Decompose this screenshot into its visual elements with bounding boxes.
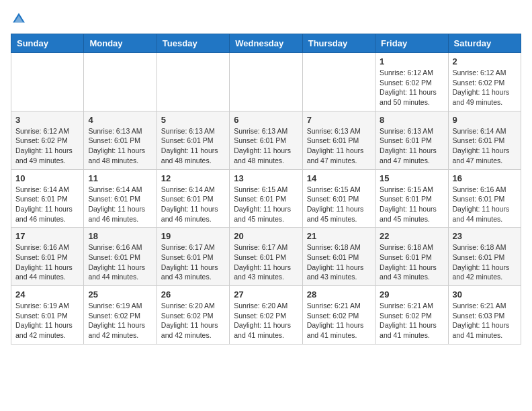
day-info: Sunrise: 6:21 AM Sunset: 6:02 PM Dayligh…: [380, 301, 443, 340]
calendar-cell: 22Sunrise: 6:18 AM Sunset: 6:01 PM Dayli…: [375, 228, 448, 286]
day-info: Sunrise: 6:21 AM Sunset: 6:02 PM Dayligh…: [307, 301, 371, 340]
day-info: Sunrise: 6:12 AM Sunset: 6:02 PM Dayligh…: [380, 68, 443, 107]
day-number: 16: [453, 173, 517, 183]
calendar-header-row: SundayMondayTuesdayWednesdayThursdayFrid…: [11, 34, 521, 53]
calendar-week-row: 17Sunrise: 6:16 AM Sunset: 6:01 PM Dayli…: [11, 228, 521, 286]
calendar-cell: 3Sunrise: 6:12 AM Sunset: 6:02 PM Daylig…: [11, 111, 84, 169]
day-number: 5: [161, 115, 225, 125]
day-info: Sunrise: 6:14 AM Sunset: 6:01 PM Dayligh…: [161, 185, 225, 224]
day-number: 25: [88, 289, 152, 300]
day-info: Sunrise: 6:14 AM Sunset: 6:01 PM Dayligh…: [88, 185, 152, 224]
day-info: Sunrise: 6:17 AM Sunset: 6:01 PM Dayligh…: [234, 242, 298, 282]
day-info: Sunrise: 6:12 AM Sunset: 6:02 PM Dayligh…: [453, 68, 517, 107]
calendar-cell: 8Sunrise: 6:13 AM Sunset: 6:01 PM Daylig…: [375, 111, 448, 169]
calendar-cell: 6Sunrise: 6:13 AM Sunset: 6:01 PM Daylig…: [230, 111, 302, 169]
day-of-week-header: Friday: [375, 34, 448, 53]
day-number: 6: [234, 115, 298, 125]
day-number: 10: [15, 173, 79, 183]
calendar-cell: 17Sunrise: 6:16 AM Sunset: 6:01 PM Dayli…: [11, 228, 84, 286]
calendar-cell: 27Sunrise: 6:20 AM Sunset: 6:02 PM Dayli…: [230, 286, 302, 345]
day-number: 22: [380, 231, 443, 241]
calendar-cell: 7Sunrise: 6:13 AM Sunset: 6:01 PM Daylig…: [302, 111, 375, 169]
calendar-cell: 26Sunrise: 6:20 AM Sunset: 6:02 PM Dayli…: [157, 286, 229, 345]
calendar-cell: 23Sunrise: 6:18 AM Sunset: 6:01 PM Dayli…: [448, 228, 521, 286]
calendar-cell: 4Sunrise: 6:13 AM Sunset: 6:01 PM Daylig…: [84, 111, 157, 169]
calendar-week-row: 3Sunrise: 6:12 AM Sunset: 6:02 PM Daylig…: [11, 111, 521, 169]
day-number: 29: [380, 289, 443, 300]
day-number: 11: [88, 173, 152, 183]
day-of-week-header: Wednesday: [230, 34, 302, 53]
calendar-week-row: 24Sunrise: 6:19 AM Sunset: 6:01 PM Dayli…: [11, 286, 521, 345]
day-info: Sunrise: 6:15 AM Sunset: 6:01 PM Dayligh…: [380, 185, 443, 224]
day-number: 3: [15, 115, 79, 125]
day-number: 8: [380, 115, 443, 125]
day-info: Sunrise: 6:13 AM Sunset: 6:01 PM Dayligh…: [307, 126, 371, 166]
calendar-cell: 13Sunrise: 6:15 AM Sunset: 6:01 PM Dayli…: [230, 169, 302, 228]
logo-icon: [11, 11, 27, 27]
day-number: 18: [88, 231, 152, 241]
calendar-cell: 2Sunrise: 6:12 AM Sunset: 6:02 PM Daylig…: [448, 53, 521, 111]
day-info: Sunrise: 6:12 AM Sunset: 6:02 PM Dayligh…: [15, 126, 79, 166]
day-info: Sunrise: 6:17 AM Sunset: 6:01 PM Dayligh…: [161, 242, 225, 282]
day-of-week-header: Saturday: [448, 34, 521, 53]
day-number: 30: [453, 289, 517, 300]
day-number: 24: [15, 289, 79, 300]
day-number: 1: [380, 56, 443, 66]
calendar-cell: 15Sunrise: 6:15 AM Sunset: 6:01 PM Dayli…: [375, 169, 448, 228]
calendar-cell: 9Sunrise: 6:14 AM Sunset: 6:01 PM Daylig…: [448, 111, 521, 169]
page-header: [11, 11, 521, 27]
calendar-cell: 5Sunrise: 6:13 AM Sunset: 6:01 PM Daylig…: [157, 111, 229, 169]
day-info: Sunrise: 6:19 AM Sunset: 6:02 PM Dayligh…: [88, 301, 152, 340]
day-number: 4: [88, 115, 152, 125]
calendar-cell: 18Sunrise: 6:16 AM Sunset: 6:01 PM Dayli…: [84, 228, 157, 286]
calendar-cell: 16Sunrise: 6:16 AM Sunset: 6:01 PM Dayli…: [448, 169, 521, 228]
day-info: Sunrise: 6:14 AM Sunset: 6:01 PM Dayligh…: [453, 126, 517, 166]
calendar-cell: [302, 53, 375, 111]
day-number: 15: [380, 173, 443, 183]
calendar-cell: [157, 53, 229, 111]
day-info: Sunrise: 6:18 AM Sunset: 6:01 PM Dayligh…: [307, 242, 371, 282]
day-number: 26: [161, 289, 225, 300]
day-number: 17: [15, 231, 79, 241]
day-info: Sunrise: 6:18 AM Sunset: 6:01 PM Dayligh…: [453, 242, 517, 282]
day-number: 9: [453, 115, 517, 125]
calendar-cell: 1Sunrise: 6:12 AM Sunset: 6:02 PM Daylig…: [375, 53, 448, 111]
calendar-cell: 11Sunrise: 6:14 AM Sunset: 6:01 PM Dayli…: [84, 169, 157, 228]
day-of-week-header: Sunday: [11, 34, 84, 53]
day-of-week-header: Thursday: [302, 34, 375, 53]
day-number: 21: [307, 231, 371, 241]
day-info: Sunrise: 6:20 AM Sunset: 6:02 PM Dayligh…: [234, 301, 298, 340]
day-info: Sunrise: 6:19 AM Sunset: 6:01 PM Dayligh…: [15, 301, 79, 340]
calendar-cell: 25Sunrise: 6:19 AM Sunset: 6:02 PM Dayli…: [84, 286, 157, 345]
calendar-cell: [11, 53, 84, 111]
day-info: Sunrise: 6:18 AM Sunset: 6:01 PM Dayligh…: [380, 242, 443, 282]
day-info: Sunrise: 6:13 AM Sunset: 6:01 PM Dayligh…: [380, 126, 443, 166]
day-info: Sunrise: 6:21 AM Sunset: 6:03 PM Dayligh…: [453, 301, 517, 340]
calendar-cell: 12Sunrise: 6:14 AM Sunset: 6:01 PM Dayli…: [157, 169, 229, 228]
day-info: Sunrise: 6:14 AM Sunset: 6:01 PM Dayligh…: [15, 185, 79, 224]
calendar-cell: 21Sunrise: 6:18 AM Sunset: 6:01 PM Dayli…: [302, 228, 375, 286]
day-number: 2: [453, 56, 517, 66]
calendar-cell: 20Sunrise: 6:17 AM Sunset: 6:01 PM Dayli…: [230, 228, 302, 286]
day-info: Sunrise: 6:16 AM Sunset: 6:01 PM Dayligh…: [88, 242, 152, 282]
day-info: Sunrise: 6:13 AM Sunset: 6:01 PM Dayligh…: [234, 126, 298, 166]
day-info: Sunrise: 6:16 AM Sunset: 6:01 PM Dayligh…: [453, 185, 517, 224]
day-number: 13: [234, 173, 298, 183]
day-of-week-header: Tuesday: [157, 34, 229, 53]
calendar-cell: 19Sunrise: 6:17 AM Sunset: 6:01 PM Dayli…: [157, 228, 229, 286]
day-number: 7: [307, 115, 371, 125]
calendar-week-row: 1Sunrise: 6:12 AM Sunset: 6:02 PM Daylig…: [11, 53, 521, 111]
day-of-week-header: Monday: [84, 34, 157, 53]
calendar-cell: [84, 53, 157, 111]
day-number: 12: [161, 173, 225, 183]
calendar-cell: 14Sunrise: 6:15 AM Sunset: 6:01 PM Dayli…: [302, 169, 375, 228]
day-info: Sunrise: 6:16 AM Sunset: 6:01 PM Dayligh…: [15, 242, 79, 282]
day-number: 27: [234, 289, 298, 300]
calendar-cell: 10Sunrise: 6:14 AM Sunset: 6:01 PM Dayli…: [11, 169, 84, 228]
day-info: Sunrise: 6:13 AM Sunset: 6:01 PM Dayligh…: [88, 126, 152, 166]
logo: [11, 11, 30, 27]
calendar-cell: [230, 53, 302, 111]
day-number: 28: [307, 289, 371, 300]
day-number: 19: [161, 231, 225, 241]
day-info: Sunrise: 6:15 AM Sunset: 6:01 PM Dayligh…: [307, 185, 371, 224]
